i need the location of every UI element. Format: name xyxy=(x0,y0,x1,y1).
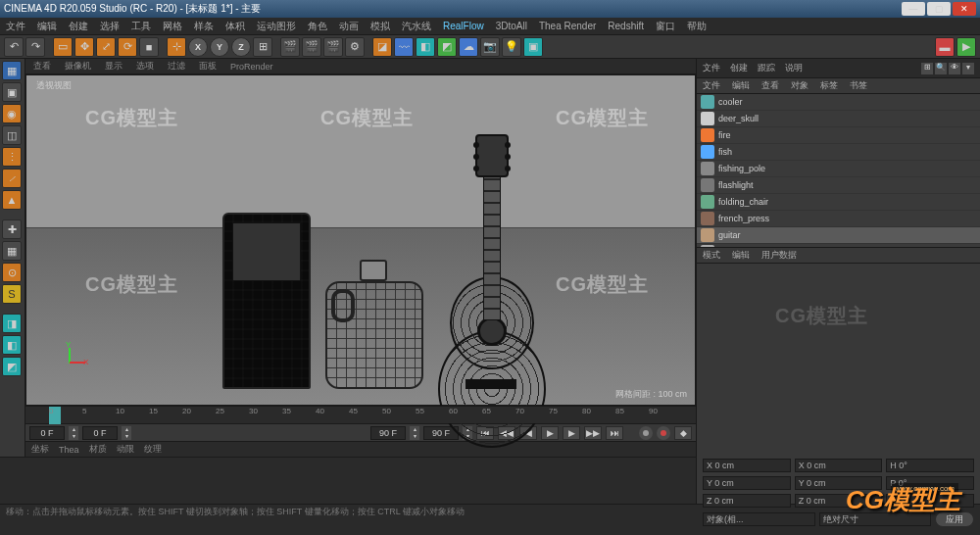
viewport[interactable]: 透视视图 网格间距 : 100 cm xyxy=(25,74,696,406)
mode-filter[interactable]: 过滤 xyxy=(168,60,185,73)
y-axis-button[interactable]: Y xyxy=(210,37,229,57)
render-view[interactable]: 🎬 xyxy=(280,37,300,57)
generator[interactable]: ◧ xyxy=(416,37,435,57)
pos-x[interactable]: X 0 cm xyxy=(703,459,791,472)
autokey-button[interactable] xyxy=(657,426,670,440)
filter-icon[interactable]: ▾ xyxy=(962,63,974,74)
range-start[interactable]: 0 F xyxy=(29,426,65,440)
timeline[interactable]: 051015202530354045505560657075808590 xyxy=(25,406,696,423)
workplane-1[interactable]: ◨ xyxy=(2,314,22,333)
cube-primitive[interactable]: ◪ xyxy=(372,37,392,57)
move-tool[interactable]: ✥ xyxy=(74,37,94,57)
next-key[interactable]: ▶▶ xyxy=(584,426,602,440)
z-axis-button[interactable]: Z xyxy=(231,37,251,57)
object-row-folding_chair[interactable]: folding_chair xyxy=(697,194,980,211)
attr-userdata[interactable]: 用户数据 xyxy=(761,249,797,262)
coord-system[interactable]: ⊞ xyxy=(253,37,272,57)
environment[interactable]: ☁ xyxy=(459,37,478,57)
mode-prorender[interactable]: ProRender xyxy=(230,62,273,72)
menu-3dtoall[interactable]: 3DtoAll xyxy=(496,21,527,31)
object-row-cooler[interactable]: cooler xyxy=(697,94,980,111)
rp-create[interactable]: 创建 xyxy=(730,62,748,74)
scale-tool[interactable]: ⤢ xyxy=(96,37,116,57)
menu-thea[interactable]: Thea Render xyxy=(539,21,596,31)
menu-mograph[interactable]: 运动图形 xyxy=(257,20,296,33)
texture-mode[interactable]: ◉ xyxy=(2,104,22,123)
coord-mode[interactable]: 对象(相... xyxy=(703,512,815,526)
tab-coords[interactable]: 坐标 xyxy=(31,443,49,456)
object-row-fish[interactable]: fish xyxy=(697,144,980,161)
menu-edit[interactable]: 编辑 xyxy=(37,20,57,33)
camera[interactable]: 📷 xyxy=(480,37,500,57)
polygon-mode[interactable]: ▲ xyxy=(2,190,22,210)
guitar-object[interactable] xyxy=(438,134,546,448)
rp-track[interactable]: 跟踪 xyxy=(758,62,775,74)
next-frame[interactable]: ▶ xyxy=(563,426,580,440)
tab-material[interactable]: 材质 xyxy=(89,443,107,456)
object-row-flashlight[interactable]: flashlight xyxy=(697,177,980,194)
viewport-solo[interactable]: ▦ xyxy=(2,241,22,261)
keyframe-sel[interactable]: ◆ xyxy=(674,426,692,440)
menu-simulate[interactable]: 模拟 xyxy=(370,20,390,33)
menu-file[interactable]: 文件 xyxy=(6,20,25,33)
layout-icon[interactable]: ⊞ xyxy=(921,63,933,74)
pos-y[interactable]: Y 0 cm xyxy=(703,476,791,490)
redo-button[interactable]: ↷ xyxy=(25,37,45,57)
jukebox-object[interactable] xyxy=(222,213,311,389)
mode-view[interactable]: 查看 xyxy=(33,60,51,73)
undo-button[interactable]: ↶ xyxy=(4,37,24,57)
list-tags[interactable]: 标签 xyxy=(820,79,838,92)
rotate-tool[interactable]: ⟳ xyxy=(118,37,137,57)
attr-mode[interactable]: 模式 xyxy=(703,249,720,262)
size-x[interactable]: X 0 cm xyxy=(795,459,883,472)
volume-tool[interactable]: ▣ xyxy=(523,37,543,57)
menu-select[interactable]: 选择 xyxy=(100,20,120,33)
goto-end[interactable]: ⏭ xyxy=(606,426,623,440)
edge-mode[interactable]: ⟋ xyxy=(2,169,22,188)
mode-display[interactable]: 显示 xyxy=(105,60,122,73)
pos-z[interactable]: Z 0 cm xyxy=(703,494,791,508)
menu-redshift[interactable]: Redshift xyxy=(608,21,644,31)
menu-help[interactable]: 帮助 xyxy=(687,20,707,33)
tab-texture[interactable]: 纹理 xyxy=(144,443,162,456)
model-mode[interactable]: ▣ xyxy=(2,82,22,102)
menu-tools[interactable]: 工具 xyxy=(131,20,151,33)
workplane-2[interactable]: ◧ xyxy=(2,335,22,355)
eye-icon[interactable]: 👁 xyxy=(949,63,960,74)
menu-spline[interactable]: 样条 xyxy=(194,20,214,33)
object-row-french_press[interactable]: french_press xyxy=(697,211,980,227)
x-axis-button[interactable]: X xyxy=(188,37,208,57)
list-objects[interactable]: 对象 xyxy=(791,79,808,92)
axis-lock[interactable]: ⊹ xyxy=(167,37,186,57)
tab-thea[interactable]: Thea xyxy=(59,445,79,455)
mode-options[interactable]: 选项 xyxy=(136,60,154,73)
workplane-mode[interactable]: ◫ xyxy=(2,125,22,145)
list-file[interactable]: 文件 xyxy=(703,79,720,92)
snap-settings[interactable]: S xyxy=(2,284,22,304)
render-settings[interactable]: 🎬 xyxy=(323,37,343,57)
menu-create[interactable]: 创建 xyxy=(69,20,88,33)
spline-primitive[interactable]: 〰 xyxy=(394,37,414,57)
list-edit[interactable]: 编辑 xyxy=(732,79,750,92)
select-tool[interactable]: ▭ xyxy=(53,37,73,57)
deformer[interactable]: ◩ xyxy=(437,37,457,57)
menu-pipeline[interactable]: 汽水线 xyxy=(402,20,431,33)
render-queue[interactable]: ⚙ xyxy=(345,37,365,57)
object-row-guitar[interactable]: guitar xyxy=(697,227,980,244)
editable-icon[interactable]: ▦ xyxy=(2,61,22,80)
object-row-fishing_pole[interactable]: fishing_pole xyxy=(697,161,980,177)
menu-animate[interactable]: 动画 xyxy=(339,20,359,33)
object-row-fire[interactable]: fire xyxy=(697,127,980,144)
plugin-button-1[interactable]: ▬ xyxy=(935,37,955,57)
tab-dynamics[interactable]: 动限 xyxy=(117,443,134,456)
minimize-button[interactable]: — xyxy=(902,2,925,16)
point-mode[interactable]: ⋮ xyxy=(2,147,22,167)
recent-tool[interactable]: ■ xyxy=(139,37,159,57)
close-button[interactable]: ✕ xyxy=(953,2,976,16)
menu-mesh[interactable]: 网格 xyxy=(163,20,182,33)
axis-toggle[interactable]: ✚ xyxy=(2,219,22,239)
jug-object[interactable] xyxy=(325,262,423,389)
search-icon[interactable]: 🔍 xyxy=(935,63,947,74)
workplane-3[interactable]: ◩ xyxy=(2,357,22,376)
maximize-button[interactable]: ▢ xyxy=(927,2,951,16)
